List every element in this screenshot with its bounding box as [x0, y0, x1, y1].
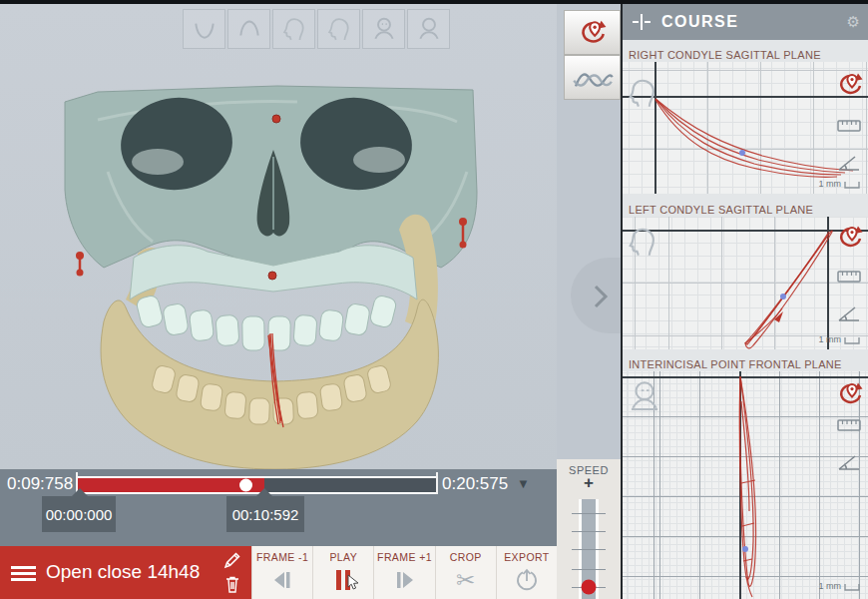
socket-glint-left — [132, 149, 184, 175]
measure-icon[interactable] — [837, 271, 861, 283]
chart-left-condyle-sagittal[interactable]: 1 mm — [623, 217, 868, 349]
measure-icon[interactable] — [837, 419, 861, 431]
course-view-icon[interactable] — [836, 72, 864, 98]
delete-icon[interactable] — [222, 574, 242, 594]
lower-arch-icon — [192, 16, 217, 42]
course-panel-title: COURSE — [661, 13, 738, 31]
timeline: 0:09:758 0:20:575 ▼ 00:00:000 00:10:592 — [0, 469, 557, 546]
timeline-dropdown-arrow[interactable]: ▼ — [517, 476, 530, 491]
chart3-position-dot — [742, 546, 748, 552]
play-label: PLAY — [329, 551, 357, 563]
chart-title-left-condyle: LEFT CONDYLE SAGITTAL PLANE — [623, 202, 868, 217]
chart1-trace — [623, 62, 868, 194]
socket-glint-right — [353, 147, 405, 173]
settings-gear-icon[interactable]: ⚙ — [847, 13, 860, 31]
timeline-end-time: 0:20:575 — [442, 474, 508, 494]
menu-button[interactable] — [11, 566, 36, 584]
frame-back-icon — [269, 569, 295, 591]
edit-icon[interactable] — [222, 550, 242, 570]
chart3-scale: 1 mm — [819, 581, 861, 591]
head-side-icon — [628, 78, 657, 108]
face-eyes-icon — [371, 16, 397, 42]
crop-label: CROP — [450, 551, 482, 563]
chart1-position-dot — [739, 150, 745, 156]
speed-increase[interactable]: + — [557, 476, 621, 490]
scale-label: 1 mm — [819, 334, 842, 344]
chart2-trace — [623, 217, 868, 349]
toggle-upper-arch-button[interactable] — [227, 9, 270, 49]
condyle-marker-left[interactable] — [76, 252, 84, 277]
chart-right-condyle-sagittal[interactable]: 1 mm — [623, 62, 868, 194]
course-view-icon[interactable] — [836, 225, 864, 251]
chart-interincisal-frontal[interactable]: 1 mm — [623, 371, 868, 599]
course-panel-header: COURSE ⚙ — [623, 4, 868, 40]
timeline-playhead-tooltip: 00:10:592 — [226, 496, 304, 532]
frame-forward-label: FRAME +1 — [377, 551, 432, 563]
head-profile2-icon — [327, 17, 351, 41]
timeline-in-marker-tooltip: 00:00:000 — [42, 496, 116, 532]
export-icon — [515, 568, 539, 592]
chart2-scale: 1 mm — [819, 334, 861, 344]
viewport-toolbar — [183, 9, 450, 49]
scale-bracket-icon — [844, 336, 860, 344]
panel-expand-handle[interactable] — [571, 258, 621, 333]
frame-back-label: FRAME -1 — [256, 551, 308, 563]
subnasale-marker[interactable] — [268, 272, 276, 280]
measure-icon[interactable] — [837, 120, 861, 132]
face-icon — [416, 16, 442, 42]
chart2-position-dot — [780, 294, 786, 300]
3d-viewport[interactable] — [0, 4, 557, 469]
upper-arch-icon — [236, 16, 262, 42]
speed-tick — [572, 549, 606, 550]
timeline-end-tick — [436, 472, 438, 494]
nasion-marker[interactable] — [272, 115, 280, 123]
skull-3d-model[interactable] — [38, 62, 537, 469]
chart-title-interincisal: INTERINCISAL POINT FRONTAL PLANE — [623, 356, 868, 371]
course-panel: COURSE ⚙ RIGHT CONDYLE SAGITTAL PLANE 1 … — [621, 0, 868, 599]
angle-icon[interactable] — [837, 304, 861, 322]
play-button[interactable]: PLAY — [312, 546, 373, 599]
toggle-lower-arch-button[interactable] — [183, 9, 225, 49]
toggle-face-markers-button[interactable] — [362, 9, 405, 49]
speed-control: SPEED + — [557, 459, 621, 599]
chart1-scale: 1 mm — [819, 179, 861, 189]
toggle-head-button[interactable] — [317, 9, 360, 49]
frame-forward-icon — [392, 569, 418, 591]
timeline-playhead[interactable] — [239, 479, 252, 492]
chevron-right-icon — [593, 284, 609, 309]
head-side-icon — [628, 227, 657, 257]
crop-button[interactable]: CROP ✂ — [435, 546, 496, 599]
toggle-skull-button[interactable] — [272, 9, 315, 49]
scale-label: 1 mm — [819, 179, 842, 189]
window-top-edge — [0, 0, 868, 4]
side-strip — [557, 4, 621, 465]
bottom-bar: Open close 14h48 FRAME -1 PLAY — [0, 546, 557, 599]
export-label: EXPORT — [504, 551, 549, 563]
curves-icon — [571, 62, 615, 94]
chart-title-right-condyle: RIGHT CONDYLE SAGITTAL PLANE — [623, 47, 868, 62]
record-bar: Open close 14h48 — [0, 546, 251, 599]
speed-slider-knob[interactable] — [582, 580, 597, 595]
head-profile-icon — [282, 17, 306, 41]
frame-forward-button[interactable]: FRAME +1 — [373, 546, 434, 599]
course-axes-icon — [632, 13, 651, 31]
export-button[interactable]: EXPORT — [496, 546, 557, 599]
scale-label: 1 mm — [819, 581, 842, 591]
head-front-icon — [628, 380, 661, 412]
speed-tick — [572, 531, 606, 532]
curves-mode-button[interactable] — [564, 55, 621, 100]
scissors-icon: ✂ — [456, 569, 475, 591]
angle-icon[interactable] — [837, 453, 861, 471]
scale-bracket-icon — [844, 583, 860, 591]
upper-teeth — [136, 295, 398, 350]
speed-tick — [572, 513, 606, 514]
timeline-current-time: 0:09:758 — [7, 474, 73, 494]
course-mode-button[interactable] — [564, 10, 621, 55]
frame-back-button[interactable]: FRAME -1 — [251, 546, 312, 599]
course-view-icon[interactable] — [836, 381, 864, 407]
jaw-motion-analysis-app: 0:09:758 0:20:575 ▼ 00:00:000 00:10:592 … — [0, 0, 868, 599]
toggle-face-button[interactable] — [407, 9, 450, 49]
mouse-cursor — [347, 574, 360, 591]
speed-tick — [572, 569, 606, 570]
angle-icon[interactable] — [837, 154, 861, 172]
